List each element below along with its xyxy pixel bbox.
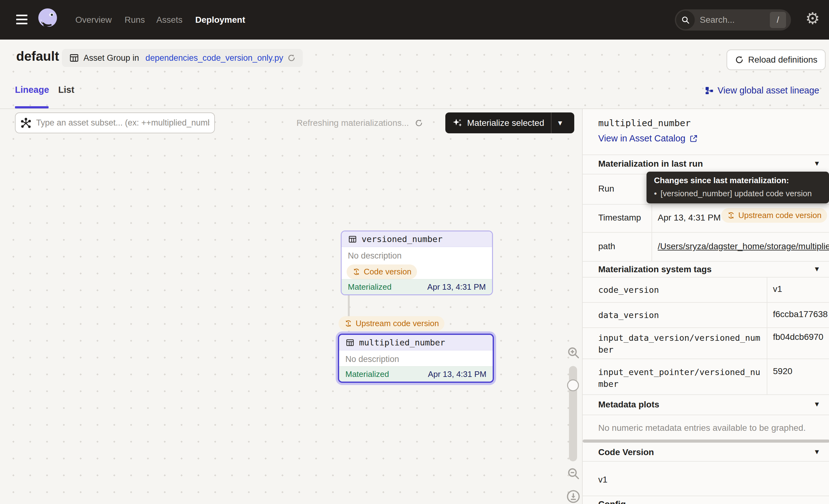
code-version-changed-icon xyxy=(727,211,735,220)
nav-item-overview[interactable]: Overview xyxy=(75,0,112,40)
tag-value: f6ccba177638 xyxy=(773,309,829,319)
code-version-value: v1 xyxy=(598,475,608,485)
asset-name: versioned_number xyxy=(362,234,442,244)
active-tab-underline xyxy=(15,106,48,108)
asset-group-label: Asset Group in xyxy=(83,53,141,63)
code-version-changed-icon xyxy=(352,267,361,276)
asset-subset-icon xyxy=(21,117,32,129)
materialized-status: Materialized xyxy=(348,282,392,292)
tag-value: fb04dcb6970 xyxy=(773,332,829,342)
nav-item-runs[interactable]: Runs xyxy=(124,0,145,40)
reload-definitions-button[interactable]: Reload definitions xyxy=(726,49,826,70)
asset-node-versioned-number[interactable]: versioned_number No description Code ver… xyxy=(341,230,493,295)
asset-description: No description xyxy=(341,247,492,261)
panel-asset-title: multiplied_number xyxy=(598,118,691,128)
refresh-icon[interactable] xyxy=(414,119,423,128)
materialized-status: Materialized xyxy=(346,369,389,379)
row-label-path: path xyxy=(598,242,615,251)
asset-group-file-link[interactable]: dependencies_code_version_only.py xyxy=(145,53,283,63)
zoom-out-icon[interactable] xyxy=(566,466,580,481)
tab-list[interactable]: List xyxy=(58,85,74,95)
dagster-logo-icon[interactable] xyxy=(36,7,61,32)
path-link[interactable]: /Users/sryza/dagster_home/storage/multip… xyxy=(658,242,829,251)
collapse-caret-icon[interactable]: ▼ xyxy=(814,448,820,456)
search-input[interactable] xyxy=(699,15,758,25)
collapse-caret-icon[interactable]: ▼ xyxy=(814,400,820,408)
table-icon xyxy=(346,338,355,347)
tag-key: data_version xyxy=(598,309,761,321)
settings-gear-icon[interactable]: ⚙ xyxy=(805,10,820,27)
asset-subset-input[interactable] xyxy=(15,112,215,133)
code-version-changed-icon xyxy=(344,319,353,328)
search-shortcut-key: / xyxy=(770,12,786,28)
tag-value: 5920 xyxy=(773,366,829,376)
upstream-code-version-badge[interactable]: Upstream code version xyxy=(721,208,827,223)
code-version-badge[interactable]: Code version xyxy=(347,264,417,279)
row-label-run: Run xyxy=(598,184,614,194)
nav-item-assets[interactable]: Assets xyxy=(156,0,182,40)
reload-icon xyxy=(735,55,744,65)
tooltip-item: • [versioned_number] updated code versio… xyxy=(654,189,812,199)
tag-value: v1 xyxy=(773,284,829,294)
section-config: Config xyxy=(598,499,626,504)
search-icon xyxy=(676,10,695,29)
external-link-icon xyxy=(689,134,698,143)
section-code-version: Code Version xyxy=(598,447,654,457)
panel-scrollbar-thumb[interactable] xyxy=(583,439,829,443)
materialize-selected-button[interactable]: Materialize selected ▾ xyxy=(445,112,574,133)
top-nav: Overview Runs Assets Deployment / ⚙ xyxy=(0,0,829,40)
asset-detail-panel: multiplied_number View in Asset Catalog … xyxy=(582,109,829,504)
timestamp-value: Apr 13, 4:31 PM xyxy=(658,213,721,223)
asset-node-multiplied-number[interactable]: multiplied_number No description Materia… xyxy=(338,334,494,383)
section-materialization-last-run: Materialization in last run xyxy=(598,159,703,169)
view-in-asset-catalog-link[interactable]: View in Asset Catalog xyxy=(598,133,698,144)
tag-key: input_event_pointer/versioned_number xyxy=(598,366,761,390)
collapse-caret-icon[interactable]: ▼ xyxy=(814,265,820,273)
asset-group-grid-icon xyxy=(69,52,79,63)
download-graph-icon[interactable] xyxy=(566,489,581,504)
hamburger-menu-icon[interactable] xyxy=(16,15,27,25)
section-system-tags: Materialization system tags xyxy=(598,264,712,275)
refresh-icon[interactable] xyxy=(287,53,296,62)
materialized-timestamp: Apr 13, 4:31 PM xyxy=(428,369,486,379)
upstream-code-version-badge[interactable]: Upstream code version xyxy=(338,316,444,331)
tab-lineage[interactable]: Lineage xyxy=(15,85,49,95)
section-metadata-plots: Metadata plots xyxy=(598,400,659,409)
tooltip-title: Changes since last materialization: xyxy=(654,176,789,185)
asset-group-badge: Asset Group in dependencies_code_version… xyxy=(62,49,303,67)
global-search[interactable]: / xyxy=(675,9,791,31)
sparkle-icon xyxy=(452,117,463,129)
collapse-caret-icon[interactable]: ▼ xyxy=(814,159,820,168)
table-icon xyxy=(348,235,357,244)
row-label-timestamp: Timestamp xyxy=(598,213,641,223)
view-global-asset-lineage-link[interactable]: View global asset lineage xyxy=(705,85,819,96)
nav-item-deployment[interactable]: Deployment xyxy=(195,0,245,40)
zoom-in-icon[interactable] xyxy=(566,346,580,360)
lineage-graph-icon xyxy=(705,86,714,95)
materialized-timestamp: Apr 13, 4:31 PM xyxy=(427,282,486,292)
zoom-slider-handle[interactable] xyxy=(567,380,579,391)
tag-key: code_version xyxy=(598,284,761,296)
tag-key: input_data_version/versioned_number xyxy=(598,332,761,356)
asset-description: No description xyxy=(339,351,493,364)
changes-tooltip: Changes since last materialization: • [v… xyxy=(647,172,829,204)
materialize-dropdown-caret[interactable]: ▾ xyxy=(551,118,568,128)
metadata-empty-message: No numeric metadata entries available to… xyxy=(598,423,806,433)
page-title: default xyxy=(16,49,59,64)
refreshing-status: Refreshing materializations... xyxy=(296,118,423,128)
asset-name: multiplied_number xyxy=(359,338,445,347)
